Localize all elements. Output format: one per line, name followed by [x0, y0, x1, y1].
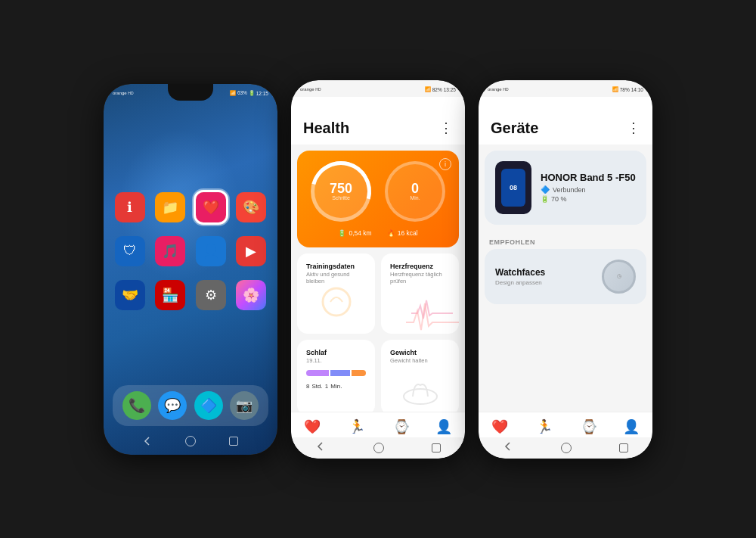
device-name: HONOR Band 5 -F50 [541, 172, 636, 183]
device-status: 🔷 Verbunden [541, 185, 636, 194]
dock-browser[interactable]: 🔷 [194, 391, 223, 420]
kontakte-icon: 👤 [196, 236, 226, 266]
widget-sleep[interactable]: Schlaf 19.11. 8 Std. 1 Min. [297, 340, 375, 415]
video-icon: ▶ [236, 236, 266, 266]
watchface-card[interactable]: Watchfaces Design anpassen ◷ [485, 249, 646, 304]
watchface-info: Watchfaces Design anpassen [495, 267, 545, 286]
widget-heart[interactable]: Herzfrequenz Herzfrequenz täglich prüfen [381, 253, 459, 334]
device-card[interactable]: 08 HONOR Band 5 -F50 🔷 Verbunden 🔋 70 % [485, 151, 646, 225]
widget-training-visual [306, 291, 366, 325]
carrier-1: orange HD [113, 91, 134, 95]
home-btn[interactable] [183, 434, 198, 449]
section-empfohlen: EMPFOHLEN [479, 231, 652, 249]
steps-circle: 750 Schritte [311, 161, 371, 222]
bt-icon: 🔷 [541, 185, 550, 194]
status-icons-2: 📶 82% 13:25 [425, 86, 456, 92]
battery-info: 🔋 70 % [541, 195, 636, 203]
widget-sleep-title: Schlaf [306, 349, 366, 356]
nav-training-icon-2: 🏃 [349, 418, 365, 435]
geraete-title: Geräte [491, 120, 538, 137]
phone-1: orange HD 📶 63% 🔋 12:15 12:15 Freitag, 3… [104, 84, 277, 455]
widget-training-title: Trainingsdaten [306, 263, 366, 270]
recents-btn-3[interactable] [619, 443, 628, 452]
dock-camera[interactable]: 📷 [230, 391, 259, 420]
health-menu-icon[interactable]: ⋮ [439, 120, 453, 136]
notch-3 [543, 80, 588, 97]
nav-geraete-icon-2: ⌚ [393, 418, 410, 435]
steps-label: Schritte [332, 195, 350, 201]
phone-2: orange HD 📶 82% 13:25 Health ⋮ i 750 Sch… [291, 80, 465, 459]
distance-stat: 🔋 0,54 km [338, 229, 371, 237]
battery-icon: 🔋 [541, 195, 549, 203]
notch-1 [168, 84, 213, 101]
timer-label: Min. [410, 195, 420, 201]
tipps-icon: ℹ [115, 192, 145, 222]
health-app-title: Health [303, 120, 349, 137]
sleep-time: 8 Std. 1 Min. [306, 381, 366, 390]
watchface-title: Watchfaces [495, 267, 545, 278]
dateien-icon: 📁 [155, 192, 185, 222]
nav-training-icon-3: 🏃 [536, 418, 553, 435]
notch-2 [355, 80, 401, 97]
watchface-preview: ◷ [602, 260, 636, 294]
info-icon[interactable]: i [439, 158, 451, 170]
timer-circle: 0 Min. [385, 161, 445, 222]
back-btn-3[interactable] [503, 441, 513, 455]
device-image: 08 [495, 161, 531, 214]
galerie-icon: 🌸 [236, 280, 266, 310]
myhuawei-icon: 🤝 [115, 280, 145, 310]
sleep-unit2: Min. [330, 383, 342, 390]
svg-point-1 [404, 389, 437, 404]
geraete-menu-icon[interactable]: ⋮ [627, 120, 640, 136]
home-btn-3[interactable] [561, 443, 572, 453]
health-card-top: 750 Schritte 0 Min. [308, 161, 448, 222]
nav-geraete-icon-3: ⌚ [581, 418, 597, 435]
carrier-2: orange HD [300, 87, 321, 92]
musik-icon: 🎵 [155, 236, 185, 266]
carrier-3: orange HD [488, 87, 509, 92]
nav-konto-icon-3: 👤 [623, 418, 640, 435]
widget-weight[interactable]: Gewicht Gewicht halten [381, 340, 459, 415]
optimizer-icon: 🛡 [115, 236, 145, 266]
calories-stat: 🔥 16 kcal [387, 229, 418, 237]
dock-sms[interactable]: 💬 [158, 391, 187, 420]
phone-3: orange HD 📶 78% 14:10 Geräte ⋮ 08 [479, 80, 652, 459]
appgallery-icon: 🏪 [155, 280, 185, 310]
health-icon: ❤️ [196, 192, 226, 222]
geraete-header: Geräte ⋮ [479, 97, 652, 145]
sleep-unit1: Std. [312, 383, 323, 390]
home-btn-2[interactable] [373, 443, 384, 453]
designs-icon: 🎨 [236, 192, 266, 222]
widget-weight-sub: Gewicht halten [390, 357, 450, 364]
nav-konto-icon-2: 👤 [435, 418, 452, 435]
home-nav [104, 434, 277, 449]
recents-btn[interactable] [226, 434, 241, 449]
steps-number: 750 [330, 182, 352, 195]
device-screen: 08 [501, 169, 525, 207]
status-icons-3: 📶 78% 14:10 [612, 86, 643, 92]
settings-icon: ⚙ [196, 280, 226, 310]
widget-heart-sub: Herzfrequenz täglich prüfen [390, 271, 450, 285]
recents-btn-2[interactable] [432, 443, 441, 452]
health-activity-card: i 750 Schritte 0 Min. 🔋 0,54 km [297, 151, 459, 247]
timer-number: 0 [411, 182, 419, 195]
health-card-bottom: 🔋 0,54 km 🔥 16 kcal [308, 229, 448, 237]
nav-health-icon-2: ❤️ [304, 418, 321, 435]
watchface-subtitle: Design anpassen [495, 279, 545, 286]
nav-bar-3 [479, 437, 652, 459]
widget-heart-title: Herzfrequenz [390, 263, 450, 270]
back-btn[interactable] [140, 434, 155, 449]
back-btn-2[interactable] [315, 441, 326, 455]
status-icons-1: 📶 63% 🔋 12:15 [230, 90, 268, 96]
nav-bar-2 [291, 437, 465, 459]
widget-weight-title: Gewicht [390, 349, 450, 356]
device-info: HONOR Band 5 -F50 🔷 Verbunden 🔋 70 % [541, 172, 636, 203]
dock-phone[interactable]: 📞 [122, 391, 151, 420]
home-dock: 📞 💬 🔷 📷 [113, 385, 268, 426]
health-app-header: Health ⋮ [291, 97, 465, 145]
widget-sleep-sub: 19.11. [306, 357, 366, 364]
widget-training[interactable]: Trainingsdaten Aktiv und gesund bleiben [297, 253, 375, 334]
nav-health-icon-3: ❤️ [491, 418, 508, 435]
svg-point-0 [323, 288, 350, 316]
widget-grid: Trainingsdaten Aktiv und gesund bleiben … [291, 253, 465, 415]
